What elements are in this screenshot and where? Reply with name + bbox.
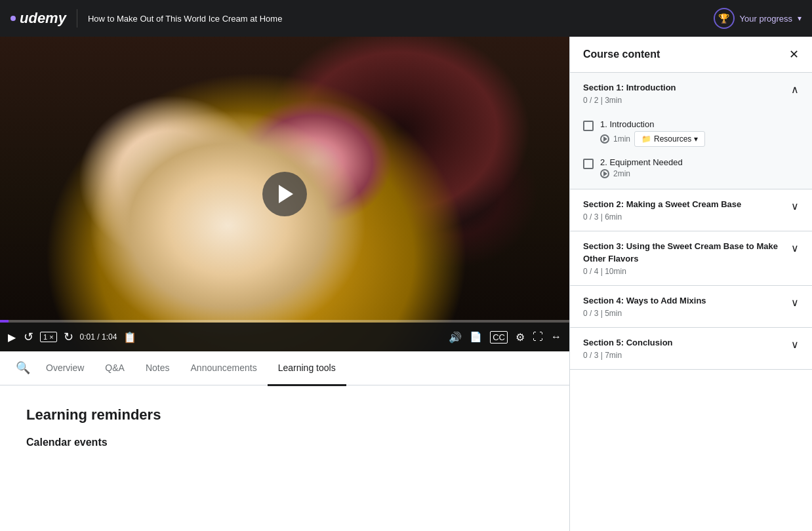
logo-dot xyxy=(10,16,16,21)
tab-content: Learning reminders Calendar events xyxy=(0,385,569,531)
section-info-4: Section 4: Ways to Add Mixins 0 / 3 | 5m… xyxy=(583,295,712,318)
play-inner-1-1 xyxy=(603,136,607,142)
section-name-1: Section 1: Introduction xyxy=(583,82,681,94)
progress-button[interactable]: 🏆 Your progress ▾ xyxy=(714,8,802,29)
section-name-5: Section 5: Conclusion xyxy=(583,337,678,349)
video-player: ▶ ↺ 1 × ↻ 0:01 / 1:04 📋 xyxy=(0,37,569,351)
lesson-list-1: 1. Introduction 1min 📁 Resources ▾ xyxy=(570,114,812,189)
rewind-button[interactable]: ↺ xyxy=(22,328,35,345)
time-separator: / xyxy=(97,332,102,342)
close-icon: ✕ xyxy=(789,47,799,62)
notes-icon: 📄 xyxy=(470,331,482,343)
header: udemy How to Make Out of This World Ice … xyxy=(0,0,812,37)
tab-learning-tools-label: Learning tools xyxy=(278,363,336,373)
section-header-3[interactable]: Section 3: Using the Sweet Cream Base to… xyxy=(570,231,812,285)
speed-button[interactable]: 1 × xyxy=(40,332,57,342)
lesson-meta-1-1: 1min 📁 Resources ▾ xyxy=(600,131,799,147)
course-title: How to Make Out of This World Ice Cream … xyxy=(88,14,703,24)
section-name-4: Section 4: Ways to Add Mixins xyxy=(583,295,712,307)
section-meta-1: 0 / 2 | 3min xyxy=(583,96,681,105)
tab-qa-label: Q&A xyxy=(105,363,125,373)
lesson-item-1-1[interactable]: 1. Introduction 1min 📁 Resources ▾ xyxy=(578,114,804,152)
resources-folder-icon: 📁 xyxy=(641,134,651,144)
play-triangle-icon xyxy=(279,185,293,203)
sidebar-header: Course content ✕ xyxy=(570,37,812,73)
volume-button[interactable]: 🔊 xyxy=(447,330,463,345)
section-header-1[interactable]: Section 1: Introduction 0 / 2 | 3min ∧ xyxy=(570,73,812,114)
tab-learning-tools[interactable]: Learning tools xyxy=(268,352,346,386)
expand-button[interactable]: ↔ xyxy=(550,330,563,344)
search-tab[interactable]: 🔍 xyxy=(10,352,35,386)
section-info-3: Section 3: Using the Sweet Cream Base to… xyxy=(583,241,791,275)
section-header-4[interactable]: Section 4: Ways to Add Mixins 0 / 3 | 5m… xyxy=(570,286,812,327)
section-info-5: Section 5: Conclusion 0 / 3 | 7min xyxy=(583,337,678,360)
lesson-item-1-2[interactable]: 2. Equipment Needed 2min xyxy=(578,152,804,184)
speed-label: 1 × xyxy=(43,333,54,341)
chevron-up-icon-1: ∧ xyxy=(791,83,799,96)
transcript-button[interactable]: 📋 xyxy=(122,330,138,345)
tab-announcements[interactable]: Announcements xyxy=(180,352,268,386)
course-sidebar: Course content ✕ Section 1: Introduction… xyxy=(569,37,812,531)
forward-button[interactable]: ↻ xyxy=(62,328,75,345)
lesson-title-1-2: 2. Equipment Needed xyxy=(600,157,799,167)
lesson-duration-1-1: 1min xyxy=(613,134,630,144)
cc-icon: CC xyxy=(490,331,508,344)
play-inner-1-2 xyxy=(603,171,607,176)
lesson-checkbox-1-1[interactable] xyxy=(583,121,594,131)
trophy-symbol: 🏆 xyxy=(718,13,729,24)
volume-icon: 🔊 xyxy=(449,331,462,344)
tab-overview[interactable]: Overview xyxy=(35,352,94,386)
section-meta-3: 0 / 4 | 10min xyxy=(583,267,791,276)
fullscreen-icon: ⛶ xyxy=(533,331,543,343)
section-item-2: Section 2: Making a Sweet Cream Base 0 /… xyxy=(570,189,812,231)
total-time: 1:04 xyxy=(102,332,117,342)
lesson-title-1-1: 1. Introduction xyxy=(600,119,799,129)
calendar-events-heading: Calendar events xyxy=(26,437,543,448)
sidebar-content: Section 1: Introduction 0 / 2 | 3min ∧ 1… xyxy=(570,73,812,531)
section-name-3: Section 3: Using the Sweet Cream Base to… xyxy=(583,241,791,264)
learning-reminders-heading: Learning reminders xyxy=(26,406,543,423)
settings-button[interactable]: ⚙ xyxy=(514,330,526,345)
resources-button-1-1[interactable]: 📁 Resources ▾ xyxy=(634,131,705,147)
lesson-info-1-1: 1. Introduction 1min 📁 Resources ▾ xyxy=(600,119,799,147)
section-header-2[interactable]: Section 2: Making a Sweet Cream Base 0 /… xyxy=(570,189,812,231)
progress-label: Your progress xyxy=(740,14,792,24)
resources-chevron-icon: ▾ xyxy=(694,134,698,144)
play-button[interactable] xyxy=(262,172,307,216)
resources-label: Resources xyxy=(654,134,691,144)
tab-qa[interactable]: Q&A xyxy=(94,352,135,386)
expand-icon: ↔ xyxy=(551,331,561,343)
udemy-logo[interactable]: udemy xyxy=(10,10,66,27)
chevron-down-icon-4: ∨ xyxy=(791,296,799,309)
play-icon: ▶ xyxy=(8,331,16,344)
video-thumbnail xyxy=(0,37,569,351)
header-divider xyxy=(77,9,77,28)
section-item-1: Section 1: Introduction 0 / 2 | 3min ∧ 1… xyxy=(570,73,812,189)
section-info-2: Section 2: Making a Sweet Cream Base 0 /… xyxy=(583,199,746,222)
tab-notes[interactable]: Notes xyxy=(135,352,180,386)
tabs-bar: 🔍 Overview Q&A Notes Announcements Learn… xyxy=(0,351,569,385)
cc-button[interactable]: CC xyxy=(489,330,509,345)
section-meta-4: 0 / 3 | 5min xyxy=(583,309,712,318)
lesson-duration-1-2: 2min xyxy=(613,169,630,178)
play-pause-button[interactable]: ▶ xyxy=(7,330,17,345)
progress-chevron-icon: ▾ xyxy=(798,14,802,23)
notes-button[interactable]: 📄 xyxy=(468,330,483,344)
tab-announcements-label: Announcements xyxy=(191,363,257,373)
main-layout: ▶ ↺ 1 × ↻ 0:01 / 1:04 📋 xyxy=(0,37,812,531)
close-sidebar-button[interactable]: ✕ xyxy=(789,47,799,62)
tab-overview-label: Overview xyxy=(46,363,84,373)
section-meta-5: 0 / 3 | 7min xyxy=(583,351,678,360)
sidebar-title: Course content xyxy=(583,49,660,60)
fullscreen-button[interactable]: ⛶ xyxy=(531,330,544,344)
rewind-icon: ↺ xyxy=(24,330,33,344)
lesson-meta-1-2: 2min xyxy=(600,169,799,178)
section-meta-2: 0 / 3 | 6min xyxy=(583,212,746,222)
section-item-3: Section 3: Using the Sweet Cream Base to… xyxy=(570,231,812,285)
section-header-5[interactable]: Section 5: Conclusion 0 / 3 | 7min ∨ xyxy=(570,328,812,369)
lesson-checkbox-1-2[interactable] xyxy=(583,159,594,169)
section-item-4: Section 4: Ways to Add Mixins 0 / 3 | 5m… xyxy=(570,286,812,328)
chevron-down-icon-2: ∨ xyxy=(791,200,799,212)
section-name-2: Section 2: Making a Sweet Cream Base xyxy=(583,199,746,210)
trophy-icon: 🏆 xyxy=(714,8,735,29)
